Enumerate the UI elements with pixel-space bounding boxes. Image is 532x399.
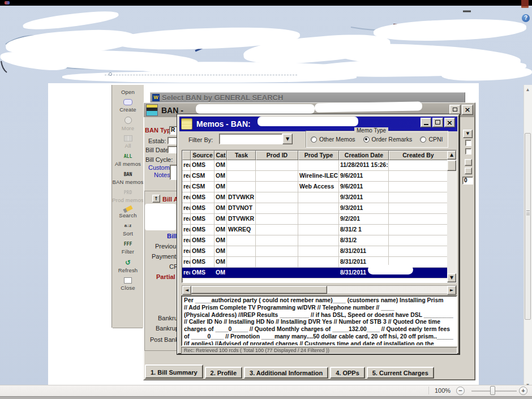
sidebar-item-ban-memos[interactable]: BANBAN memos [112, 171, 144, 185]
customer-notes-link-2[interactable]: Notes [154, 171, 170, 178]
column-header-prod-type[interactable]: Prod Type [298, 151, 339, 160]
column-header-source[interactable]: Source [191, 151, 214, 160]
memo-type-legend: Memo Type [354, 127, 388, 134]
bill-aging-label: Bill Ag [162, 196, 177, 203]
close-button[interactable]: × [462, 105, 473, 115]
cell-cat: OM [214, 160, 227, 170]
bankruptcy-label: Bankru [158, 315, 178, 321]
cell-creation_date: 9/6/2011 [339, 171, 389, 181]
tab-current-charges[interactable]: 5. Current Charges [367, 367, 434, 379]
small-gray-button-1[interactable] [465, 159, 472, 166]
zoom-in-button[interactable]: + [519, 387, 527, 395]
bottom-strip [0, 396, 532, 399]
table-row[interactable]: reaOMSOMWKREQ8/31/2 1 [182, 225, 456, 235]
cell-prod_type: Wireline-ILEC [298, 171, 339, 181]
zoom-slider-thumb[interactable] [490, 386, 495, 395]
sidebar-item-all-memos[interactable]: ALLAll memos [112, 153, 144, 167]
column-header-task[interactable]: Task [227, 151, 256, 160]
sidebar-item-label: Filter [112, 248, 144, 255]
dropdown-button[interactable]: ▼ [463, 130, 473, 138]
table-row[interactable]: reaOMSOM8/31/2011 [182, 246, 456, 257]
sidebar-item-refresh[interactable]: ↺Refresh [112, 259, 144, 273]
table-row[interactable]: reaOMSOM11/28/2011 15:26: [182, 160, 456, 171]
faint-dotted-line [105, 75, 297, 75]
table-row[interactable]: reaOMSOMDTVWKR9/2/201 [182, 214, 456, 225]
ban-type-field[interactable]: R [169, 126, 177, 135]
count-field: 0 [462, 177, 473, 185]
cell-flag: rea [182, 225, 191, 235]
sidebar-item-search[interactable]: Search [112, 207, 144, 218]
sidebar-item-close[interactable]: Close [112, 277, 144, 291]
sidebar-item-label: Create [112, 106, 144, 113]
scroll-up-arrow[interactable]: ▲ [447, 151, 456, 160]
bill-date-field[interactable] [168, 146, 177, 153]
table-horizontal-scrollbar[interactable]: ◄ ► [182, 285, 457, 294]
customer-notes-field[interactable] [170, 165, 177, 180]
cell-cat: OM [214, 182, 227, 192]
table-row[interactable]: reaCSMOMWeb Access9/6/2011 [182, 182, 456, 192]
ban-window-title: BAN - [161, 106, 183, 115]
maximize-button[interactable] [449, 105, 461, 115]
memo-toolbar-sidebar: OpenCreateMoreAllALLAll memosBANBAN memo… [111, 85, 144, 328]
help-icon[interactable]: ? [522, 14, 530, 22]
sidebar-item-filter[interactable]: FFFFilter [112, 241, 144, 255]
sidebar-item-sort[interactable]: a↓zSort [112, 222, 144, 237]
memos-status-bar: Rec: Retrieved 100 rcds ( Total 100 (77 … [181, 347, 457, 354]
table-row[interactable]: reaOMSOM8/31/2011 [182, 257, 456, 268]
page-scroll-up-arrow[interactable]: ▲ [524, 86, 531, 93]
bill-aging-expand-button[interactable]: ↑ [152, 195, 160, 203]
minimize-button[interactable] [421, 118, 431, 127]
all-icon [124, 135, 132, 141]
sidebar-divider [113, 328, 143, 328]
table-row[interactable]: reaOMSOM8/31/2 [182, 235, 456, 246]
maximize-button[interactable] [432, 118, 443, 127]
scroll-right-arrow[interactable]: ► [447, 286, 456, 295]
sidebar-item-label: Close [112, 285, 144, 291]
memo-text-area[interactable]: Per _____authorized party ( could not re… [181, 295, 457, 346]
column-header-cat[interactable]: Cat [214, 151, 227, 160]
table-row[interactable]: reaOMSOMDTVNOT9/3/2011 [182, 203, 456, 214]
checkbox-2[interactable] [465, 148, 471, 155]
filter-by-combobox[interactable] [219, 134, 282, 144]
column-header-flag[interactable] [182, 151, 191, 160]
small-gray-button-2[interactable] [465, 168, 472, 174]
all-memos-icon: ALL [112, 153, 144, 160]
sidebar-item-open[interactable]: Open [112, 87, 144, 95]
cell-creation_date: 9/3/2011 [339, 203, 389, 213]
tab-additional-information[interactable]: 3. Additional Information [244, 367, 328, 379]
scroll-down-arrow[interactable]: ▼ [447, 273, 456, 282]
zoom-out-button[interactable]: − [456, 387, 465, 395]
radio-order-remarks[interactable]: Order Remarks [363, 136, 413, 143]
checkbox-1[interactable] [465, 140, 471, 146]
close-button[interactable]: × [444, 118, 455, 127]
table-vertical-scrollbar[interactable]: ▲ ▼ [447, 151, 456, 282]
estab-field[interactable] [168, 137, 177, 144]
cell-flag: rea [182, 214, 191, 224]
redaction-blob [394, 305, 445, 312]
radio-cpni[interactable]: CPNI [420, 136, 443, 143]
sidebar-item-create[interactable]: Create [112, 99, 144, 113]
scroll-left-arrow[interactable]: ◄ [182, 286, 191, 295]
filter-dropdown-button[interactable]: ▼ [282, 134, 293, 144]
memos-dialog: Memos - BAN: × Filter By: ▼ Memo Type Ot… [177, 114, 460, 354]
page-scroll-thumb[interactable] [525, 133, 531, 320]
cell-source: OMS [191, 203, 214, 213]
tab-bill-summary[interactable]: 1. Bill Summary [145, 364, 203, 379]
top-right-badge-icon [521, 0, 529, 8]
table-row[interactable]: reaCSMOMWireline-ILEC9/6/2011 [182, 171, 456, 182]
cell-task [227, 160, 256, 170]
scroll-thumb[interactable] [191, 286, 327, 294]
sidebar-item-label: All memos [112, 161, 144, 167]
ring-mark [109, 72, 112, 76]
tab-profile[interactable]: 2. Profile [205, 367, 242, 379]
scroll-thumb[interactable] [447, 160, 456, 171]
memo-note-icon [181, 118, 192, 130]
table-row[interactable]: reaOMSOM8/31/2011 [182, 268, 456, 278]
cell-created_by [389, 203, 456, 213]
column-header-creation-date[interactable]: Creation Date [339, 151, 389, 160]
column-header-prod-id[interactable]: Prod ID [256, 151, 298, 160]
column-header-created-by[interactable]: Created By [389, 151, 447, 160]
table-row[interactable]: reaOMSOMDTVWKR9/3/2011 [182, 192, 456, 203]
tab-opps[interactable]: 4. OPPs [330, 367, 365, 379]
radio-other-memos[interactable]: Other Memos [311, 136, 355, 143]
